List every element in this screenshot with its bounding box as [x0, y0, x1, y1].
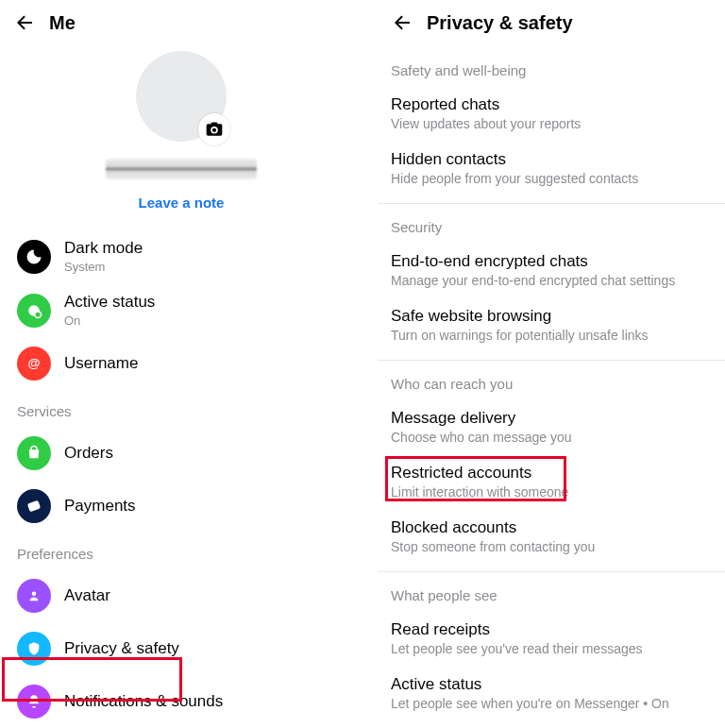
setting-sub: Let people see when you're on Messenger …: [391, 696, 712, 711]
back-icon[interactable]: [13, 11, 36, 34]
at-icon: @: [17, 347, 51, 381]
row-avatar[interactable]: Avatar: [13, 569, 349, 622]
setting-row-read-receipts[interactable]: Read receiptsLet people see you've read …: [391, 611, 712, 666]
row-sub: On: [64, 313, 155, 328]
row-title: Username: [64, 354, 138, 373]
camera-icon[interactable]: [198, 113, 230, 145]
section-label: Who can reach you: [391, 376, 712, 392]
profile-avatar[interactable]: [136, 51, 227, 142]
setting-sub: View updates about your reports: [391, 116, 712, 131]
left-header: Me: [13, 11, 349, 34]
row-notifications-sounds[interactable]: Notifications & sounds: [13, 675, 349, 728]
row-title: Notifications & sounds: [64, 692, 223, 711]
section-label: What people see: [391, 587, 712, 603]
setting-title: Hidden contacts: [391, 150, 712, 169]
divider: [378, 203, 725, 204]
row-title: Orders: [64, 444, 113, 463]
moon-icon: [17, 240, 51, 274]
row-title: Dark mode: [64, 239, 143, 258]
divider: [378, 571, 725, 572]
setting-row-safe-website-browsing[interactable]: Safe website browsingTurn on warnings fo…: [391, 297, 712, 352]
setting-row-message-delivery[interactable]: Message deliveryChoose who can message y…: [391, 399, 712, 454]
bag-icon: [17, 436, 51, 470]
divider: [378, 360, 725, 361]
row-privacy-safety[interactable]: Privacy & safety: [13, 622, 349, 675]
svg-point-1: [35, 311, 42, 317]
row-username[interactable]: @ Username: [13, 337, 349, 390]
setting-row-active-status[interactable]: Active statusLet people see when you're …: [391, 666, 712, 720]
setting-sub: Limit interaction with someone: [391, 484, 712, 499]
setting-title: Read receipts: [391, 620, 712, 639]
setting-row-hidden-contacts[interactable]: Hidden contactsHide people from your sug…: [391, 141, 712, 195]
section-label: Safety and well-being: [391, 62, 712, 78]
setting-title: Safe website browsing: [391, 307, 712, 326]
svg-point-4: [32, 592, 37, 597]
setting-row-restricted-accounts[interactable]: Restricted accountsLimit interaction wit…: [391, 454, 712, 509]
row-active-status[interactable]: Active status On: [13, 283, 349, 337]
setting-sub: Manage your end-to-end encrypted chat se…: [391, 273, 712, 288]
section-preferences: Preferences: [17, 546, 346, 562]
setting-title: Restricted accounts: [391, 464, 712, 483]
page-title: Privacy & safety: [427, 12, 573, 34]
setting-sub: Stop someone from contacting you: [391, 539, 712, 554]
setting-title: Reported chats: [391, 95, 712, 114]
setting-title: End-to-end encrypted chats: [391, 252, 712, 271]
setting-sub: Choose who can message you: [391, 430, 712, 445]
bell-icon: [17, 685, 51, 719]
page-title: Me: [49, 12, 76, 34]
row-title: Payments: [64, 497, 136, 516]
avatar-icon: [17, 579, 51, 613]
right-pane: Privacy & safety Safety and well-beingRe…: [362, 0, 725, 728]
row-sub: System: [64, 260, 143, 274]
setting-row-end-to-end-encrypted-chats[interactable]: End-to-end encrypted chatsManage your en…: [391, 243, 712, 297]
svg-text:@: @: [28, 356, 41, 370]
profile-block: Leave a note: [13, 51, 349, 211]
row-title: Avatar: [64, 586, 110, 605]
setting-sub: Hide people from your suggested contacts: [391, 171, 712, 186]
setting-sub: Turn on warnings for potentially unsafe …: [391, 328, 712, 343]
row-title: Privacy & safety: [64, 639, 179, 658]
section-services: Services: [17, 403, 346, 419]
svg-rect-3: [27, 500, 41, 513]
section-label: Security: [391, 219, 712, 235]
setting-title: Active status: [391, 675, 712, 694]
shield-icon: [17, 632, 51, 666]
active-icon: [17, 294, 51, 328]
setting-sub: Let people see you've read their message…: [391, 641, 712, 656]
setting-title: Message delivery: [391, 409, 712, 428]
setting-title: Blocked accounts: [391, 518, 712, 537]
leave-note-button[interactable]: Leave a note: [139, 195, 225, 211]
setting-row-blocked-accounts[interactable]: Blocked accountsStop someone from contac…: [391, 509, 712, 564]
row-title: Active status: [64, 293, 155, 312]
row-orders[interactable]: Orders: [13, 427, 349, 480]
setting-row-reported-chats[interactable]: Reported chatsView updates about your re…: [391, 86, 712, 141]
row-payments[interactable]: Payments: [13, 480, 349, 533]
card-icon: [17, 489, 51, 523]
row-dark-mode[interactable]: Dark mode System: [13, 229, 349, 283]
profile-name-redacted: [106, 159, 257, 179]
back-icon[interactable]: [391, 11, 413, 34]
right-header: Privacy & safety: [391, 11, 712, 34]
